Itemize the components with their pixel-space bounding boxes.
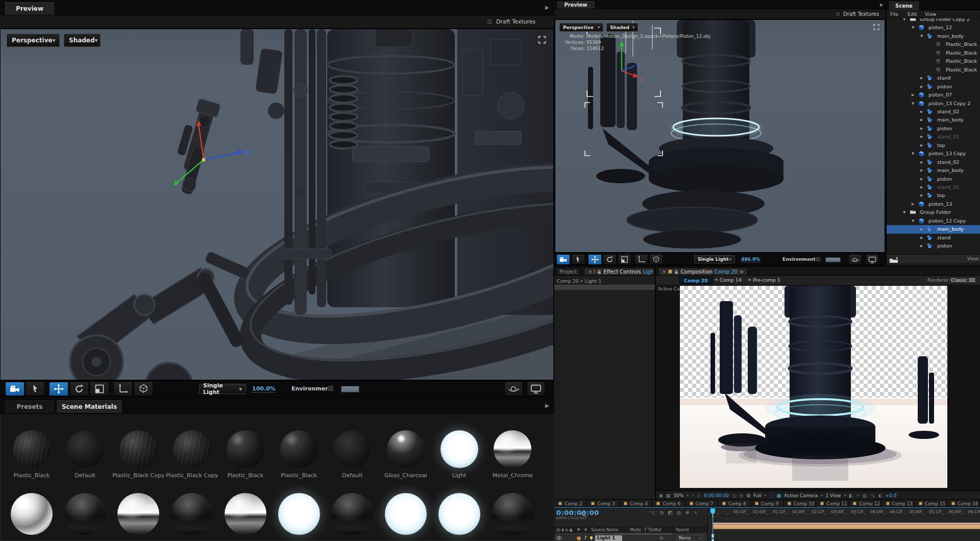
material-sphere[interactable]	[438, 493, 480, 535]
tree-expand-arrow[interactable]: ▶	[920, 143, 923, 147]
maximize-viewport-icon[interactable]	[537, 35, 547, 44]
timeline-comp-tab[interactable]: Comp 15	[915, 500, 947, 507]
tree-expand-arrow[interactable]: ▶	[920, 160, 923, 164]
right-view-mode-dropdown[interactable]: Perspective▾	[559, 23, 603, 32]
move-tool-button[interactable]	[49, 382, 68, 396]
right-shading-mode-dropdown[interactable]: Shaded▾	[606, 23, 638, 32]
frame-tool-button[interactable]	[618, 254, 631, 265]
light-mode-dropdown[interactable]: Single Light▾	[199, 384, 246, 394]
material-sphere[interactable]	[385, 493, 427, 535]
shy-layers-icon[interactable]: ◔	[659, 510, 664, 515]
comp-timecode[interactable]: 0:00:00:00	[704, 493, 729, 498]
layer-effects-switch[interactable]: ◎	[659, 535, 664, 540]
magnification-grid-icon[interactable]: ▦	[666, 493, 671, 498]
material-sphere[interactable]	[280, 430, 318, 468]
tree-expand-arrow[interactable]: ▶	[912, 93, 914, 97]
axes-tool-button[interactable]	[113, 382, 133, 396]
composition-mini-flowchart-icon[interactable]: ⌥	[649, 510, 655, 515]
scene-tree-item[interactable]: Plastic_Black	[887, 40, 980, 48]
col-source-name[interactable]: Source Name	[591, 528, 619, 532]
axes-tool-button[interactable]	[634, 254, 648, 265]
region-of-interest-icon[interactable]: ⬚	[769, 493, 774, 498]
keyframe-marker[interactable]	[712, 539, 714, 541]
environment-color-swatch[interactable]	[341, 386, 359, 392]
comp-zoom-caret[interactable]: ▾	[687, 494, 689, 498]
material-sphere[interactable]	[13, 430, 51, 468]
timeline-comp-tab[interactable]: Comp 6	[652, 500, 685, 507]
timeline-comp-tab[interactable]: Comp 11	[816, 500, 849, 507]
right-environment-checkbox[interactable]	[816, 257, 821, 262]
layer-bar-orange[interactable]	[713, 524, 980, 529]
timeline-comp-tab[interactable]: Comp 2	[554, 500, 587, 507]
scene-tree-item[interactable]: Plastic_Black	[887, 57, 980, 65]
material-sphere[interactable]	[387, 430, 425, 468]
col-parent[interactable]: Parent	[676, 528, 689, 532]
composition-close-tab-icon[interactable]: ✕	[662, 269, 666, 275]
cube-tool-button[interactable]	[649, 254, 663, 265]
material-sphere[interactable]	[225, 493, 266, 535]
material-sphere[interactable]	[66, 430, 104, 468]
fast-previews-icon[interactable]: ⚡	[856, 493, 859, 498]
flowchart-button-icon[interactable]: ⌥	[870, 493, 875, 498]
tree-expand-arrow[interactable]: ▶	[920, 168, 923, 173]
pointer-tool-button[interactable]	[571, 254, 585, 265]
tab-scene[interactable]: Scene	[888, 1, 920, 10]
tree-expand-arrow[interactable]: ▶	[912, 202, 914, 206]
camera-tool-button[interactable]	[5, 382, 24, 396]
environment-checkbox[interactable]	[328, 385, 334, 391]
close-tab-icon[interactable]: ✕	[588, 269, 592, 275]
timeline-timecode[interactable]: 0:00:00:00	[556, 509, 599, 517]
frame-blending-icon[interactable]: ◩	[668, 510, 672, 515]
tree-expand-arrow[interactable]: ▶	[920, 85, 923, 89]
material-sphere[interactable]	[492, 493, 533, 535]
timeline-comp-tab[interactable]: Comp 3	[587, 500, 620, 507]
tree-expand-arrow[interactable]: ▶	[920, 236, 923, 240]
timeline-comp-tab[interactable]: Comp 13	[882, 500, 915, 507]
mask-visibility-icon[interactable]: ◇	[697, 493, 701, 498]
always-preview-icon[interactable]: ◉	[659, 493, 663, 498]
comp-camera-value[interactable]: Active Camera	[784, 493, 818, 498]
scene-tree-item[interactable]: ▼main_body	[887, 32, 980, 40]
scene-tree-item[interactable]: ▼piston_12 Copy	[887, 217, 980, 225]
comp-resolution-value[interactable]: Full	[753, 493, 761, 498]
snapshot-icon[interactable]: ◫	[732, 493, 737, 498]
label-column-icon[interactable]: ⚑	[577, 528, 580, 532]
pointer-tool-button[interactable]	[26, 382, 45, 396]
tree-expand-arrow[interactable]: ▶	[920, 227, 923, 231]
orbit-reset-button[interactable]	[504, 382, 523, 396]
tree-expand-arrow[interactable]: ▼	[920, 34, 923, 38]
material-sphere[interactable]	[173, 430, 211, 468]
move-tool-button[interactable]	[588, 254, 602, 265]
tree-expand-arrow[interactable]: ▼	[903, 210, 905, 214]
scene-tree-item[interactable]: ▶stand_01	[887, 133, 980, 141]
layer-row-light1[interactable]: 7 Light 1 ◎ None▾	[554, 535, 707, 541]
tab-project[interactable]: Project	[555, 267, 581, 276]
timeline-button-icon[interactable]: ▤	[863, 493, 867, 498]
create-group-folder-button[interactable]	[889, 256, 898, 262]
material-sphere[interactable]	[440, 430, 478, 468]
scene-menu-view[interactable]: View	[925, 11, 937, 17]
draft-textures-checkbox[interactable]	[487, 19, 493, 24]
camera-tool-button[interactable]	[556, 254, 570, 265]
tree-expand-arrow[interactable]: ▶	[920, 244, 923, 248]
rulers-icon[interactable]: ⌗	[692, 493, 694, 498]
timeline-search-icon[interactable]	[581, 510, 587, 516]
cube-tool-button[interactable]	[134, 382, 153, 396]
timeline-comp-tab[interactable]: Comp 4	[620, 500, 652, 507]
timeline-comp-tab[interactable]: Comp 10	[783, 500, 816, 507]
graph-editor-icon[interactable]: ∿	[694, 510, 698, 515]
brainstorm-icon[interactable]: ❋	[685, 510, 689, 515]
comp-views-caret[interactable]: ▾	[844, 494, 846, 498]
layer-label-chip[interactable]	[577, 536, 581, 540]
composition-lock-icon[interactable]	[674, 269, 678, 274]
tree-expand-arrow[interactable]: ▼	[912, 26, 914, 30]
shading-mode-dropdown[interactable]: Shaded▾	[64, 34, 101, 47]
tree-expand-arrow[interactable]: ▼	[912, 152, 914, 156]
material-sphere[interactable]	[333, 430, 371, 468]
scene-tree-item[interactable]: ▶stand_02	[887, 158, 980, 166]
material-sphere[interactable]	[331, 493, 373, 535]
transparency-grid-icon[interactable]: ▩	[776, 493, 781, 498]
material-sphere[interactable]	[494, 430, 531, 468]
scene-tree-item[interactable]: ▼Group Folder	[887, 208, 980, 216]
scene-tree-item[interactable]: ▼Group Folder Copy 2	[887, 18, 980, 23]
